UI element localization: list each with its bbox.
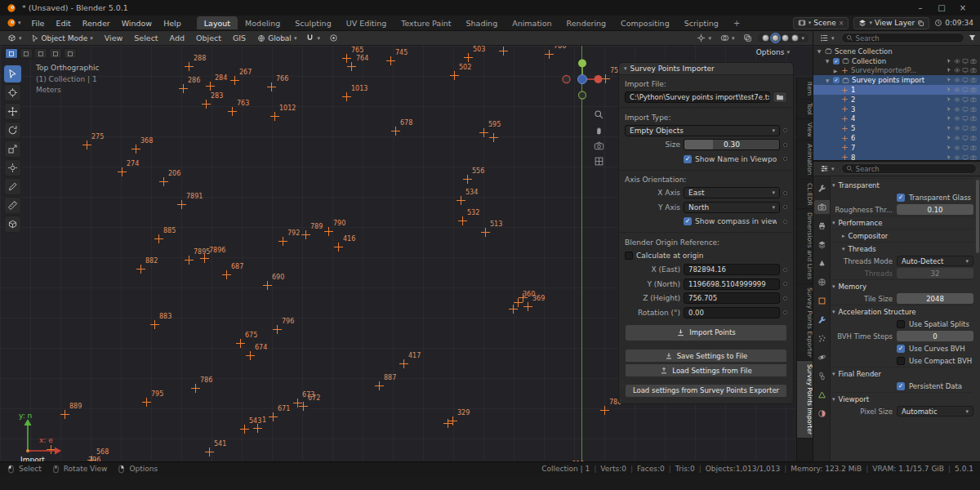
render-visibility-icon[interactable] [970, 67, 977, 74]
proportional-editing-button[interactable] [326, 33, 341, 43]
properties-tab-particles[interactable] [814, 332, 830, 345]
snap-toggle[interactable]: ▾ [302, 33, 323, 43]
menu-render[interactable]: Render [77, 17, 116, 29]
workspace-tab-texture-paint[interactable]: Texture Paint [394, 16, 458, 29]
pan-button[interactable] [594, 125, 604, 136]
survey-point[interactable]: 671 [269, 412, 278, 421]
eye-icon[interactable] [954, 96, 960, 103]
survey-point[interactable]: 416 [334, 243, 343, 252]
section-final-render[interactable]: ▾Final Render [832, 367, 973, 380]
persistent-data-checkbox[interactable]: ✓ [897, 382, 905, 390]
camera-view-button[interactable] [594, 140, 604, 151]
survey-point[interactable]: 790 [324, 227, 333, 236]
select-mode-subtract-button[interactable] [34, 48, 47, 59]
threads-field[interactable]: 32 [897, 268, 973, 278]
survey-point[interactable]: 532 [458, 216, 467, 225]
viewport-visibility-icon[interactable] [962, 87, 969, 93]
outliner-row-survey-points-import[interactable]: ▼✓Survey points import [813, 75, 980, 85]
import-type-dropdown[interactable]: Empty Objects▾ [625, 125, 780, 136]
decorate-dot[interactable] [783, 220, 787, 224]
npanel-tab-survey-points-importer[interactable]: Survey Points Importer [797, 361, 813, 439]
selectability-icon[interactable] [946, 87, 952, 93]
survey-point[interactable]: 7896 [200, 254, 209, 263]
survey-point[interactable]: 789 [301, 230, 310, 239]
survey-point[interactable]: 206 [159, 177, 168, 186]
survey-point[interactable]: 368 [131, 145, 140, 154]
select-mode-new-button[interactable] [5, 48, 18, 59]
size-slider[interactable]: 0.30 [684, 139, 780, 150]
view-layer-selector[interactable]: ▾ View Layer [853, 17, 929, 29]
viewport-visibility-icon[interactable] [962, 96, 969, 103]
shading-dropdown[interactable]: ▾ [801, 35, 804, 42]
survey-point[interactable]: 882 [136, 265, 145, 274]
survey-point[interactable]: 788 [600, 406, 609, 415]
viewport-menu-gis[interactable]: GIS [227, 32, 252, 44]
survey-point[interactable]: 543 [240, 425, 249, 434]
workspace-tab-modeling[interactable]: Modeling [238, 16, 287, 29]
use-spatial-splits-checkbox[interactable] [897, 320, 905, 328]
survey-point[interactable]: 745 [386, 56, 395, 65]
survey-point[interactable]: 786 [545, 50, 554, 59]
outliner-row-6[interactable]: 6 [813, 133, 980, 143]
survey-point[interactable] [519, 293, 528, 302]
shading-material-button[interactable] [782, 34, 789, 42]
outliner-row-1[interactable]: 1 [813, 85, 980, 95]
render-visibility-icon[interactable] [970, 125, 977, 131]
viewport-visibility-icon[interactable] [962, 154, 969, 160]
outliner-row-2[interactable]: 2 [813, 95, 980, 105]
expander-icon[interactable]: ▼ [824, 78, 831, 83]
eye-icon[interactable] [954, 106, 960, 113]
workspace-tab-compositing[interactable]: Compositing [613, 16, 677, 29]
survey-point[interactable]: 556 [463, 175, 472, 184]
tool-scale[interactable] [4, 140, 21, 158]
show-name-checkbox[interactable]: ✓ [684, 155, 692, 163]
tool-move[interactable] [4, 103, 21, 120]
outliner-row-4[interactable]: 4 [813, 114, 980, 124]
survey-point[interactable]: 267 [230, 76, 239, 85]
survey-point[interactable]: 796 [273, 325, 282, 334]
section-threads[interactable]: ▾Threads [832, 242, 973, 255]
navigation-gizmo[interactable] [560, 57, 604, 103]
survey-point[interactable] [509, 305, 518, 314]
npanel-tab-tool[interactable]: Tool [797, 100, 813, 119]
survey-point[interactable]: 513 [481, 228, 490, 237]
shading-rendered-button[interactable] [791, 34, 799, 42]
workspace-tab-uv-editing[interactable]: UV Editing [339, 16, 394, 29]
tool-add-cube[interactable] [4, 216, 21, 233]
survey-point[interactable]: 766 [267, 82, 276, 91]
menu-edit[interactable]: Edit [50, 17, 76, 29]
import-points-button[interactable]: Import Points [625, 324, 787, 341]
decorate-dot[interactable] [783, 143, 787, 147]
selectability-icon[interactable] [946, 154, 952, 160]
properties-tab-modifiers[interactable] [814, 313, 830, 327]
render-visibility-icon[interactable] [970, 96, 977, 103]
decorate-dot[interactable] [783, 191, 787, 195]
outliner-row-8[interactable]: 8 [813, 153, 980, 160]
eye-icon[interactable] [954, 135, 960, 141]
survey-point[interactable]: 690 [263, 281, 272, 290]
properties-search[interactable]: Search [841, 163, 977, 174]
mode-dropdown[interactable]: Object Mode▾ [28, 33, 96, 43]
rotation-field[interactable]: 0.00 [684, 307, 780, 318]
workspace-tab-scripting[interactable]: Scripting [677, 16, 726, 29]
tool-rotate[interactable] [4, 122, 21, 139]
zoom-button[interactable] [594, 109, 604, 120]
survey-point[interactable]: 417 [399, 359, 408, 368]
xray-toggle[interactable] [740, 33, 755, 43]
npanel-tab-animation[interactable]: Animation [797, 140, 813, 179]
x-axis-dropdown[interactable]: East▾ [684, 187, 780, 198]
render-visibility-icon[interactable] [970, 115, 977, 122]
show-gizmo-button[interactable]: ▾ [693, 33, 715, 43]
properties-tab-constraints[interactable] [814, 369, 830, 383]
decorate-dot[interactable] [783, 296, 787, 301]
survey-point[interactable]: 868 [499, 47, 508, 56]
properties-tab-material[interactable] [814, 407, 830, 421]
unlink-icon[interactable]: × [839, 20, 844, 27]
collection-checkbox[interactable]: ✓ [833, 58, 840, 65]
select-mode-extend-button[interactable] [20, 48, 33, 59]
expander-icon[interactable]: ▶ [832, 68, 839, 74]
survey-point[interactable]: 7895 [185, 256, 194, 265]
selectability-icon[interactable] [946, 135, 952, 141]
viewport-visibility-icon[interactable] [962, 135, 969, 141]
y-north-field[interactable]: 1196698.5104999999 [684, 278, 780, 290]
